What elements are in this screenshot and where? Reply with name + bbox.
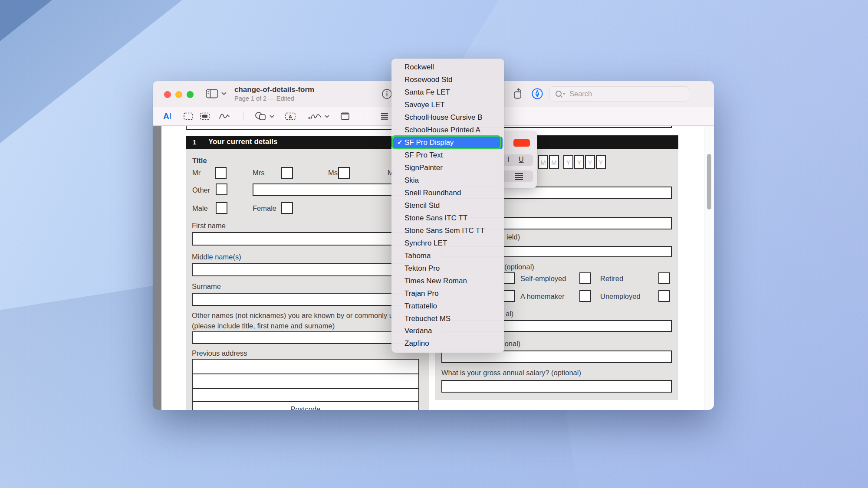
zoom-button[interactable] (187, 91, 194, 98)
font-menu-item[interactable]: Verdana (391, 325, 504, 337)
markup-pen-icon (531, 88, 543, 100)
font-menu-item[interactable]: Trajan Pro (391, 287, 504, 300)
info-button[interactable] (381, 84, 392, 103)
dob-box-year4[interactable]: Y (596, 155, 606, 169)
text-color-swatch[interactable] (513, 139, 530, 147)
sketch-tool-icon (219, 112, 230, 121)
previous-address-label: Previous address (192, 349, 247, 357)
window-title: change-of-details-form (234, 85, 314, 94)
checkbox-mr[interactable] (215, 167, 227, 179)
shapes-tool-icon (254, 111, 267, 121)
checkbox-employment-1[interactable] (503, 272, 515, 284)
surname-label: Surname (192, 282, 221, 291)
font-menu-item-selected[interactable]: ✓ SF Pro Display (393, 137, 503, 149)
alignment-button[interactable] (501, 170, 533, 182)
checkbox-male[interactable] (216, 202, 227, 214)
checkbox-retired[interactable] (658, 272, 670, 284)
search-field[interactable]: Search (549, 86, 689, 102)
font-menu: Rockwell Rosewood Std Santa Fe LET Savoy… (391, 59, 504, 353)
font-menu-item[interactable]: Synchro LET (391, 237, 504, 249)
font-menu-item[interactable]: Tahoma (391, 249, 504, 262)
redact-tool-icon (200, 112, 210, 121)
checkbox-unemployed[interactable] (658, 290, 670, 302)
rect-select-tool[interactable] (183, 107, 194, 126)
female-label: Female (253, 204, 276, 213)
font-menu-item[interactable]: Zapfino (391, 337, 504, 350)
sketch-tool[interactable] (219, 107, 230, 126)
section1-title: Your current details (208, 138, 277, 146)
checkbox-ms[interactable] (338, 167, 350, 179)
label-fragment-ional: ional) (503, 340, 520, 348)
unemployed-label: Unemployed (600, 292, 641, 301)
checkbox-female[interactable] (281, 202, 293, 214)
font-menu-item[interactable]: Savoye LET (391, 99, 504, 111)
style-tool[interactable] (380, 107, 389, 126)
rotate-button[interactable] (513, 84, 525, 103)
text-select-tool[interactable]: AI (163, 107, 171, 126)
font-menu-item[interactable]: SchoolHouse Cursive B (391, 111, 504, 124)
font-menu-item[interactable]: Stencil Std (391, 199, 504, 212)
scrollbar-thumb[interactable] (707, 154, 711, 210)
male-label: Male (192, 204, 208, 213)
cutoff-field[interactable] (186, 126, 419, 130)
selection-tool-icon (183, 112, 194, 121)
font-menu-item[interactable]: SchoolHouse Printed A (391, 124, 504, 137)
font-menu-item[interactable]: Trebuchet MS (391, 312, 504, 325)
font-menu-item[interactable]: Skia (391, 174, 504, 187)
label-fragment-field: ield) (506, 233, 520, 241)
chevron-down-icon (325, 115, 329, 118)
address-row-divider (193, 401, 418, 402)
font-menu-item[interactable]: SF Pro Text (391, 149, 504, 162)
font-menu-item[interactable]: Tekton Pro (391, 262, 504, 275)
address-row-divider (193, 373, 418, 374)
font-menu-item[interactable]: Rosewood Std (391, 74, 504, 86)
surname-field[interactable] (192, 293, 419, 306)
style-tool-icon (380, 112, 389, 120)
previous-address-box[interactable]: Postcode (192, 359, 419, 410)
checkbox-mrs[interactable] (281, 167, 293, 179)
chevron-down-icon (221, 92, 227, 95)
font-menu-item[interactable]: Times New Roman (391, 275, 504, 287)
textbox-tool-icon: A (285, 112, 296, 121)
textbox-tool[interactable]: A (285, 107, 296, 126)
note-tool[interactable] (340, 107, 350, 126)
scrollbar-track[interactable] (704, 126, 714, 410)
mr-label: Mr (192, 169, 201, 177)
homemaker-label: A homemaker (520, 292, 565, 301)
middle-names-field[interactable] (192, 263, 419, 276)
italic-button[interactable]: I (507, 156, 509, 164)
font-menu-item[interactable]: Santa Fe LET (391, 86, 504, 99)
dob-box-year3[interactable]: Y (585, 155, 595, 169)
close-button[interactable] (164, 91, 171, 98)
font-style-segment[interactable]: I U (501, 154, 533, 166)
middle-names-label: Middle name(s) (192, 253, 241, 261)
font-menu-item[interactable]: Snell Roundhand (391, 187, 504, 200)
font-menu-item[interactable]: SignPainter (391, 162, 504, 174)
other-names-field[interactable] (192, 331, 419, 344)
dob-box-month1[interactable]: M (538, 155, 548, 169)
redact-tool[interactable] (200, 107, 210, 126)
markup-button[interactable] (531, 84, 543, 103)
rotate-left-icon (513, 88, 525, 100)
dob-box-year2[interactable]: Y (574, 155, 584, 169)
font-menu-item[interactable]: Stone Sans ITC TT (391, 212, 504, 224)
font-menu-item[interactable]: Stone Sans Sem ITC TT (391, 224, 504, 237)
text-style-popover: I U (499, 131, 537, 188)
font-menu-item[interactable]: Trattatello (391, 300, 504, 312)
checkmark-icon: ✓ (397, 138, 403, 146)
checkbox-self-employed[interactable] (579, 272, 591, 284)
minimize-button[interactable] (175, 91, 182, 98)
shapes-tool[interactable] (254, 107, 274, 126)
checkbox-other[interactable] (216, 183, 227, 195)
dob-box-year1[interactable]: Y (563, 155, 573, 169)
sign-tool[interactable] (307, 107, 329, 126)
underline-button[interactable]: U (519, 156, 524, 164)
font-menu-item[interactable]: Rockwell (391, 61, 504, 74)
checkbox-homemaker[interactable] (579, 290, 591, 302)
dob-box-month2[interactable]: M (549, 155, 559, 169)
salary-field[interactable] (441, 380, 672, 393)
first-name-field[interactable] (192, 232, 419, 246)
checkbox-employment-2[interactable] (503, 290, 515, 302)
chevron-down-icon (270, 115, 274, 118)
sidebar-button[interactable] (206, 84, 227, 103)
